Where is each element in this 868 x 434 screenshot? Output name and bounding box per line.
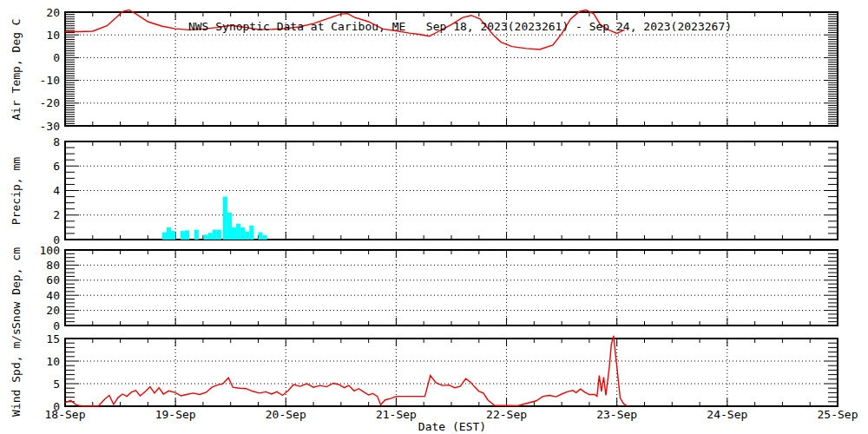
x-tick-label: 19-Sep bbox=[155, 408, 196, 421]
y-tick-label: -30 bbox=[40, 120, 60, 133]
chart-title: NWS Synoptic Data at Caribou, ME Sep 18,… bbox=[188, 20, 732, 33]
x-tick-label: 20-Sep bbox=[266, 408, 306, 421]
x-tick-label: 25-Sep bbox=[818, 408, 858, 421]
precip-bar bbox=[259, 233, 263, 240]
x-axis-label: Date (EST) bbox=[418, 420, 486, 433]
x-tick-label: 24-Sep bbox=[707, 408, 747, 421]
precip-bar bbox=[236, 224, 240, 240]
y-tick-label: 15 bbox=[46, 332, 60, 345]
x-tick-label: 22-Sep bbox=[486, 408, 527, 421]
precip-bar bbox=[181, 231, 185, 240]
wind-spd-ms-line bbox=[65, 336, 627, 406]
precip-bar bbox=[208, 233, 213, 240]
y-tick-label: 20 bbox=[46, 6, 60, 19]
precip-bar bbox=[204, 234, 208, 240]
y-tick-label: 0 bbox=[53, 51, 60, 64]
precip-bar bbox=[185, 230, 189, 240]
precip-bar bbox=[240, 227, 245, 240]
y-tick-label: 100 bbox=[40, 244, 60, 257]
y-tick-label: 5 bbox=[53, 378, 60, 391]
synoptic-multi-panel-chart: 20100-10-20-308642010080604020015105018-… bbox=[0, 0, 868, 434]
y-tick-label: 10 bbox=[46, 29, 60, 42]
precip-bar bbox=[194, 230, 199, 240]
y-axis-label-air-temp: Air Temp, Deg C bbox=[10, 18, 23, 120]
chart-generated-content: 20100-10-20-308642010080604020015105018-… bbox=[40, 6, 858, 422]
precip-bar bbox=[223, 197, 227, 240]
screenshot-root: 20100-10-20-308642010080604020015105018-… bbox=[0, 0, 868, 434]
precip-bar bbox=[217, 230, 221, 240]
precip-bar bbox=[213, 230, 217, 240]
precip-bar bbox=[167, 227, 171, 240]
x-tick-label: 21-Sep bbox=[376, 408, 417, 421]
precip-bar bbox=[263, 235, 267, 240]
precip-bar bbox=[249, 226, 253, 240]
precip-bar bbox=[227, 213, 232, 240]
y-tick-label: 0 bbox=[53, 319, 60, 332]
y-tick-label: -20 bbox=[40, 96, 60, 109]
x-tick-label: 23-Sep bbox=[596, 408, 637, 421]
y-tick-label: 8 bbox=[53, 135, 60, 148]
y-tick-label: 4 bbox=[53, 184, 60, 197]
y-tick-label: 6 bbox=[53, 160, 60, 173]
y-axis-label-snow-depth: Snow Dep, cm bbox=[10, 247, 23, 329]
panel-frame-snow_depth bbox=[65, 250, 838, 326]
y-axis-label-wind-speed: Wind Spd, m/s bbox=[10, 328, 23, 417]
y-tick-label: 60 bbox=[46, 273, 60, 286]
y-tick-label: 2 bbox=[53, 208, 60, 221]
y-tick-label: 20 bbox=[46, 304, 60, 317]
y-tick-label: 40 bbox=[46, 289, 60, 302]
y-tick-label: -10 bbox=[40, 74, 60, 87]
y-tick-label: 80 bbox=[46, 259, 60, 272]
precip-bar bbox=[171, 231, 175, 240]
precip-bar bbox=[162, 233, 167, 240]
y-tick-label: 10 bbox=[46, 355, 60, 368]
x-tick-label: 18-Sep bbox=[45, 408, 86, 421]
precip-bar bbox=[245, 232, 249, 240]
precip-bar bbox=[232, 227, 236, 240]
y-axis-label-precip: Precip, mm bbox=[10, 157, 23, 225]
